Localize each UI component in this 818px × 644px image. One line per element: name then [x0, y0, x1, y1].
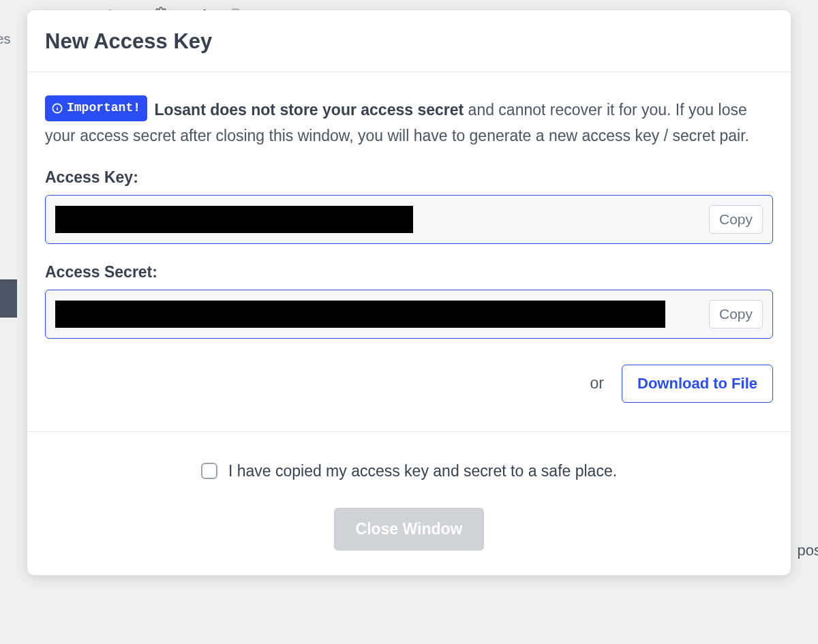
important-badge: Important! — [45, 95, 147, 121]
modal-header: New Access Key — [27, 10, 791, 72]
access-secret-label: Access Secret: — [45, 263, 773, 281]
info-icon — [52, 103, 63, 114]
modal-body: Important! Losant does not store your ac… — [27, 72, 791, 431]
important-notice: Important! Losant does not store your ac… — [45, 95, 773, 149]
access-key-field: Copy — [45, 195, 773, 244]
access-secret-value-redacted — [55, 301, 665, 328]
new-access-key-modal: New Access Key Important! Losant does no… — [27, 10, 791, 575]
important-bold-text: Losant does not store your access secret — [154, 101, 464, 119]
close-window-button[interactable]: Close Window — [334, 508, 485, 551]
modal-title: New Access Key — [45, 29, 773, 54]
access-key-value-redacted — [55, 206, 413, 233]
access-secret-field: Copy — [45, 290, 773, 339]
confirm-checkbox[interactable] — [201, 463, 217, 479]
or-text: or — [590, 374, 604, 393]
copy-access-key-button[interactable]: Copy — [709, 205, 763, 234]
modal-footer: I have copied my access key and secret t… — [27, 431, 791, 575]
access-key-group: Access Key: Copy — [45, 168, 773, 244]
download-row: or Download to File — [45, 365, 773, 403]
access-key-label: Access Key: — [45, 168, 773, 187]
modal-overlay: New Access Key Important! Losant does no… — [0, 0, 818, 644]
copy-access-secret-button[interactable]: Copy — [709, 300, 763, 328]
important-badge-text: Important! — [67, 98, 140, 119]
access-secret-group: Access Secret: Copy — [45, 263, 773, 339]
confirm-label[interactable]: I have copied my access key and secret t… — [228, 462, 617, 480]
confirm-row: I have copied my access key and secret t… — [45, 462, 773, 480]
download-to-file-button[interactable]: Download to File — [622, 365, 773, 403]
